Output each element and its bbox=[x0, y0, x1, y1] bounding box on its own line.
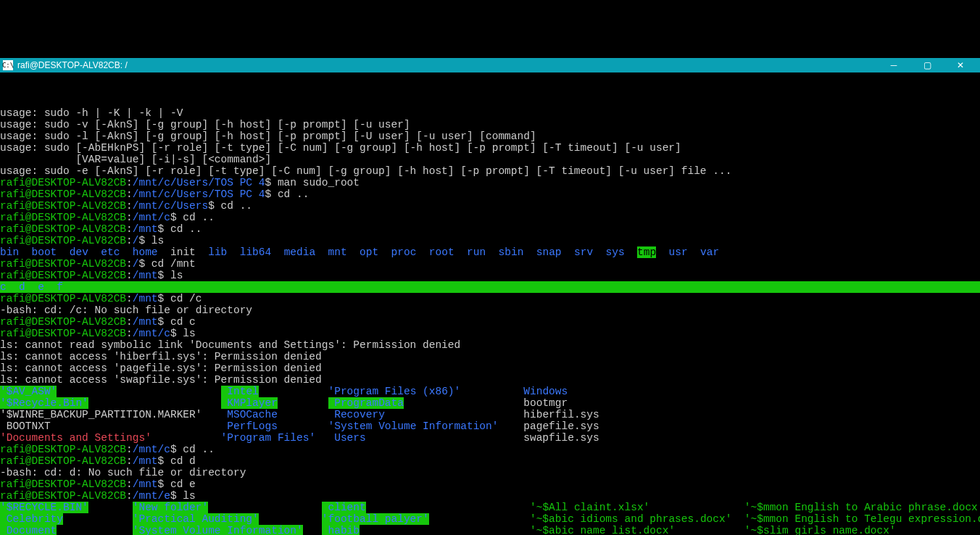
command: ls bbox=[170, 270, 183, 281]
error-line: ls: cannot access 'swapfile.sys': Permis… bbox=[0, 374, 322, 386]
command: man sudo_root bbox=[278, 177, 360, 188]
maximize-button[interactable]: ▢ bbox=[910, 58, 944, 72]
error-line: ls: cannot access 'pagefile.sys': Permis… bbox=[0, 362, 322, 374]
ls-item: proc bbox=[391, 246, 417, 258]
highlighted-row: c d e f bbox=[0, 281, 980, 293]
prompt-path: /mnt bbox=[133, 270, 158, 281]
ls-item: sys bbox=[606, 246, 625, 258]
command: cd /c bbox=[170, 293, 202, 304]
ls-item: dev bbox=[70, 246, 88, 258]
prompt-user: rafi@DESKTOP-ALV82CB bbox=[0, 223, 126, 235]
prompt-path: /mnt bbox=[133, 316, 158, 328]
ls-item: usr bbox=[669, 246, 688, 258]
command: cd c bbox=[170, 316, 196, 328]
prompt-user: rafi@DESKTOP-ALV82CB bbox=[0, 328, 126, 339]
prompt-user: rafi@DESKTOP-ALV82CB bbox=[0, 444, 126, 455]
prompt-path: /mnt/c/Users/TOS PC 4 bbox=[133, 188, 265, 200]
command: ls bbox=[183, 328, 195, 339]
prompt-user: rafi@DESKTOP-ALV82CB bbox=[0, 258, 126, 270]
terminal-area[interactable]: usage: sudo -h | -K | -k | -V usage: sud… bbox=[0, 96, 980, 535]
ls-item: root bbox=[429, 246, 454, 258]
ls-item: sbin bbox=[499, 246, 524, 258]
error-line: ls: cannot access 'hiberfil.sys': Permis… bbox=[0, 351, 322, 362]
prompt-user: rafi@DESKTOP-ALV82CB bbox=[0, 270, 126, 281]
ls-item: srv bbox=[574, 246, 593, 258]
prompt-user: rafi@DESKTOP-ALV82CB bbox=[0, 188, 126, 200]
prompt-path: /mnt/c bbox=[133, 328, 170, 339]
ls-item: etc bbox=[101, 246, 120, 258]
ls-item: snap bbox=[536, 246, 562, 258]
command: cd .. bbox=[221, 200, 253, 212]
prompt-path: /mnt bbox=[133, 478, 158, 490]
ls-item: var bbox=[700, 246, 719, 258]
close-button[interactable]: ✕ bbox=[944, 58, 977, 72]
window-titlebar: C:\ rafi@DESKTOP-ALV82CB: / ─ ▢ ✕ bbox=[0, 58, 980, 72]
command: cd d bbox=[170, 455, 196, 467]
window-title: rafi@DESKTOP-ALV82CB: / bbox=[17, 59, 128, 71]
prompt-path: /mnt/c bbox=[133, 212, 170, 223]
prompt-user: rafi@DESKTOP-ALV82CB bbox=[0, 490, 126, 502]
command: cd .. bbox=[183, 444, 215, 455]
command: cd .. bbox=[170, 223, 202, 235]
prompt-user: rafi@DESKTOP-ALV82CB bbox=[0, 316, 126, 328]
prompt-path: /mnt/e bbox=[133, 490, 170, 502]
error-line: -bash: cd: d: No such file or directory bbox=[0, 467, 246, 478]
ls-item: lib64 bbox=[240, 246, 272, 258]
prompt-path: /mnt/c/Users/TOS PC 4 bbox=[133, 177, 265, 188]
ls-item: opt bbox=[360, 246, 378, 258]
ls-item: mnt bbox=[328, 246, 347, 258]
prompt-user: rafi@DESKTOP-ALV82CB bbox=[0, 177, 126, 188]
command: cd .. bbox=[183, 212, 215, 223]
command: cd /mnt bbox=[151, 258, 196, 270]
command: cd e bbox=[170, 478, 196, 490]
ls-item: run bbox=[467, 246, 486, 258]
ls-item: boot bbox=[32, 246, 57, 258]
ls-item: bin bbox=[0, 246, 19, 258]
prompt-path: /mnt bbox=[133, 223, 158, 235]
usage-line: usage: sudo -v [-AknS] [-g group] [-h ho… bbox=[0, 119, 410, 130]
prompt-user: rafi@DESKTOP-ALV82CB bbox=[0, 235, 126, 246]
minimize-button[interactable]: ─ bbox=[877, 58, 910, 72]
usage-line: usage: sudo -l [-AknS] [-g group] [-h ho… bbox=[0, 130, 536, 142]
usage-line: usage: sudo -h | -K | -k | -V bbox=[0, 107, 183, 119]
error-line: -bash: cd: /c: No such file or directory bbox=[0, 304, 252, 316]
ls-item: home bbox=[133, 246, 158, 258]
command: ls bbox=[151, 235, 164, 246]
error-line: ls: cannot read symbolic link 'Documents… bbox=[0, 339, 460, 351]
prompt-path: /mnt/c bbox=[133, 444, 170, 455]
prompt-path: /mnt bbox=[133, 293, 158, 304]
ls-item: tmp bbox=[637, 246, 656, 258]
ls-item: media bbox=[284, 246, 316, 258]
usage-line: [VAR=value] [-i|-s] [<command>] bbox=[0, 154, 271, 165]
prompt-user: rafi@DESKTOP-ALV82CB bbox=[0, 478, 126, 490]
prompt-user: rafi@DESKTOP-ALV82CB bbox=[0, 455, 126, 467]
prompt-user: rafi@DESKTOP-ALV82CB bbox=[0, 200, 126, 212]
prompt-user: rafi@DESKTOP-ALV82CB bbox=[0, 212, 126, 223]
cmd-icon: C:\ bbox=[3, 60, 13, 70]
prompt-user: rafi@DESKTOP-ALV82CB bbox=[0, 293, 126, 304]
ls-table: '$AV_ASW' Intel 'Program Files (x86)' Wi… bbox=[0, 386, 599, 444]
command: ls bbox=[183, 490, 195, 502]
prompt-path: /mnt bbox=[133, 455, 158, 467]
prompt-path: /mnt/c/Users bbox=[133, 200, 208, 212]
ls-item: lib bbox=[208, 246, 227, 258]
usage-line: usage: sudo [-AbEHknPS] [-r role] [-t ty… bbox=[0, 142, 681, 154]
ls-table: '$RECYCLE.BIN' 'New folder' client '~$Al… bbox=[0, 502, 980, 535]
usage-line: usage: sudo -e [-AknS] [-r role] [-t typ… bbox=[0, 165, 731, 177]
command: cd .. bbox=[278, 188, 310, 200]
ls-item: init bbox=[170, 246, 196, 258]
